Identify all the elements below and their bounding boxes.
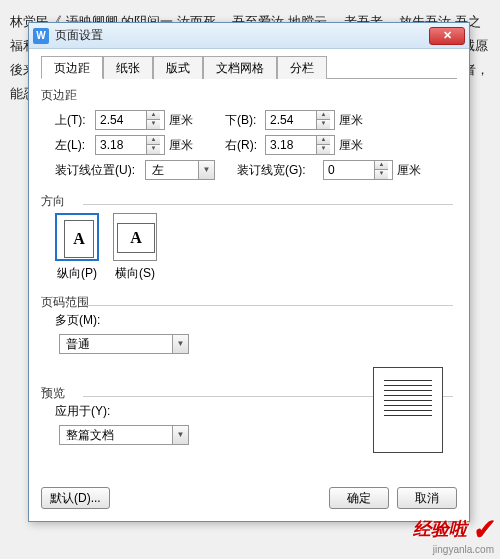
default-button[interactable]: 默认(D)... (41, 487, 110, 509)
combo-gutter-pos[interactable]: 左 ▼ (145, 160, 215, 180)
combo-applyto-value: 整篇文档 (60, 427, 172, 444)
preview-thumbnail (373, 367, 443, 453)
unit-gutter: 厘米 (397, 162, 427, 179)
spin-down-icon[interactable]: ▼ (316, 145, 330, 154)
label-multipage: 多页(M): (41, 312, 101, 329)
spin-up-icon[interactable]: ▲ (146, 111, 160, 120)
spin-down-icon[interactable]: ▼ (146, 120, 160, 129)
input-left-field[interactable] (96, 136, 146, 154)
close-button[interactable]: ✕ (429, 27, 465, 45)
landscape-icon (113, 213, 157, 261)
tab-layout[interactable]: 版式 (153, 56, 203, 79)
tab-docgrid[interactable]: 文档网格 (203, 56, 277, 79)
tab-columns[interactable]: 分栏 (277, 56, 327, 79)
spin-up-icon[interactable]: ▲ (146, 136, 160, 145)
cancel-button[interactable]: 取消 (397, 487, 457, 509)
portrait-icon (55, 213, 99, 261)
separator (83, 305, 453, 306)
unit-right: 厘米 (339, 137, 369, 154)
label-left: 左(L): (41, 137, 91, 154)
chevron-down-icon[interactable]: ▼ (198, 161, 214, 179)
input-right-field[interactable] (266, 136, 316, 154)
label-applyto: 应用于(Y): (41, 403, 121, 420)
label-right: 右(R): (211, 137, 261, 154)
tabs: 页边距 纸张 版式 文档网格 分栏 (41, 55, 457, 79)
input-top-field[interactable] (96, 111, 146, 129)
unit-bottom: 厘米 (339, 112, 369, 129)
landscape-label: 横向(S) (115, 265, 155, 282)
ok-button[interactable]: 确定 (329, 487, 389, 509)
input-bottom-field[interactable] (266, 111, 316, 129)
input-left[interactable]: ▲▼ (95, 135, 165, 155)
spin-down-icon[interactable]: ▼ (316, 120, 330, 129)
spin-down-icon[interactable]: ▼ (146, 145, 160, 154)
input-top[interactable]: ▲▼ (95, 110, 165, 130)
combo-gutter-pos-value: 左 (146, 162, 198, 179)
combo-applyto[interactable]: 整篇文档 ▼ (59, 425, 189, 445)
separator (83, 204, 453, 205)
margins-group-title: 页边距 (41, 87, 457, 104)
spin-up-icon[interactable]: ▲ (316, 111, 330, 120)
portrait-label: 纵向(P) (57, 265, 97, 282)
orientation-group-title: 方向 (41, 193, 457, 210)
label-top: 上(T): (41, 112, 91, 129)
app-icon: W (33, 28, 49, 44)
input-gutter-width[interactable]: ▲▼ (323, 160, 393, 180)
watermark: 经验啦 ✔ jingyanla.com (413, 515, 494, 555)
chevron-down-icon[interactable]: ▼ (172, 335, 188, 353)
input-right[interactable]: ▲▼ (265, 135, 335, 155)
chevron-down-icon[interactable]: ▼ (172, 426, 188, 444)
page-setup-dialog: W 页面设置 ✕ 页边距 纸张 版式 文档网格 分栏 页边距 上(T): ▲▼ … (28, 22, 470, 522)
titlebar: W 页面设置 ✕ (29, 23, 469, 49)
dialog-title: 页面设置 (55, 27, 429, 44)
combo-multipage-value: 普通 (60, 336, 172, 353)
pagerange-group-title: 页码范围 (41, 294, 457, 311)
input-bottom[interactable]: ▲▼ (265, 110, 335, 130)
input-gutter-width-field[interactable] (324, 161, 374, 179)
spin-up-icon[interactable]: ▲ (316, 136, 330, 145)
tab-paper[interactable]: 纸张 (103, 56, 153, 79)
combo-multipage[interactable]: 普通 ▼ (59, 334, 189, 354)
unit-left: 厘米 (169, 137, 199, 154)
check-icon: ✔ (470, 514, 496, 548)
unit-top: 厘米 (169, 112, 199, 129)
spin-up-icon[interactable]: ▲ (374, 161, 388, 170)
orientation-landscape[interactable]: 横向(S) (113, 213, 157, 282)
tab-margins[interactable]: 页边距 (41, 56, 103, 79)
dialog-body: 页边距 纸张 版式 文档网格 分栏 页边距 上(T): ▲▼ 厘米 下(B): … (29, 49, 469, 521)
label-gutter-width: 装订线宽(G): (237, 162, 319, 179)
watermark-brand: 经验啦 (413, 519, 467, 539)
orientation-portrait[interactable]: 纵向(P) (55, 213, 99, 282)
spin-down-icon[interactable]: ▼ (374, 170, 388, 179)
label-bottom: 下(B): (211, 112, 261, 129)
label-gutter-pos: 装订线位置(U): (41, 162, 141, 179)
